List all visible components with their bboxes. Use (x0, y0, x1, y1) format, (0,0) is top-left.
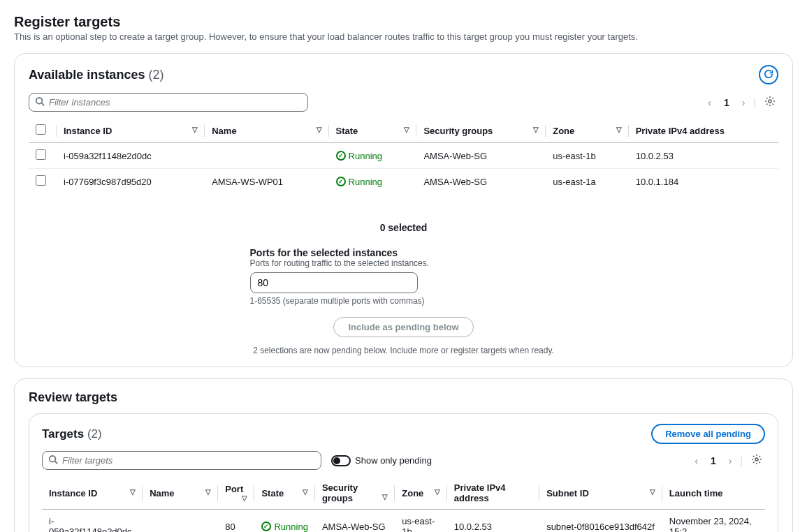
targets-subpanel: Targets (2) Remove all pending Show only… (29, 413, 778, 532)
zone: us-east-1b (546, 143, 629, 169)
review-targets-panel: Review targets Targets (2) Remove all pe… (14, 378, 793, 532)
instance-id: i-059a32f1148e2d0dc (57, 143, 205, 169)
state-running: Running (336, 177, 410, 187)
refresh-button[interactable] (759, 65, 778, 84)
sort-icon: ▽ (404, 126, 409, 133)
targets-pagination: ‹ 1 › | (692, 451, 765, 470)
sort-icon: ▽ (192, 126, 198, 133)
zone: us-east-1b (395, 510, 447, 533)
sort-icon: ▽ (533, 126, 539, 133)
state-running: Running (336, 151, 410, 161)
col-instance-id[interactable]: Instance ID▽ (42, 477, 143, 510)
row-checkbox[interactable] (36, 175, 46, 186)
include-pending-button[interactable]: Include as pending below (333, 317, 473, 337)
col-launch-time[interactable]: Launch time (662, 477, 765, 510)
filter-instances-input[interactable] (29, 93, 308, 112)
col-security-groups[interactable]: Security groups▽ (315, 477, 395, 510)
col-state[interactable]: State▽ (254, 477, 314, 510)
filter-instances-field[interactable] (49, 97, 302, 108)
remove-all-pending-button[interactable]: Remove all pending (651, 424, 765, 444)
state-running: Running (261, 522, 307, 532)
col-subnet-id[interactable]: Subnet ID▽ (539, 477, 662, 510)
instance-name: AMSA-WS-WP01 (205, 169, 328, 195)
security-group: AMSA-Web-SG (315, 510, 395, 533)
sort-icon: ▽ (303, 488, 308, 496)
check-icon (336, 151, 346, 161)
sort-icon: ▽ (435, 488, 440, 496)
sort-icon: ▽ (130, 488, 136, 496)
show-only-pending-toggle[interactable]: Show only pending (331, 455, 432, 466)
toggle-switch[interactable] (331, 455, 351, 466)
col-instance-id[interactable]: Instance ID▽ (57, 119, 205, 143)
targets-title: Targets (2) (42, 427, 102, 441)
table-row[interactable]: i-059a32f1148e2d0dc Running AMSA-Web-SG … (29, 143, 778, 169)
svg-point-0 (36, 98, 43, 104)
filter-targets-input[interactable] (42, 451, 321, 470)
col-name[interactable]: Name▽ (143, 477, 218, 510)
sort-icon: ▽ (650, 488, 655, 496)
col-zone[interactable]: Zone▽ (395, 477, 447, 510)
available-title: Available instances (2) (29, 68, 163, 82)
divider: | (740, 455, 743, 466)
refresh-icon (764, 69, 773, 81)
sort-icon: ▽ (242, 494, 247, 502)
check-icon (261, 522, 271, 531)
ports-input[interactable] (250, 272, 418, 293)
svg-point-3 (755, 458, 758, 461)
svg-point-2 (50, 456, 56, 462)
selected-count: 0 selected (29, 222, 778, 233)
row-checkbox[interactable] (36, 149, 46, 160)
pending-message: 2 selections are now pending below. Incl… (29, 346, 778, 355)
search-icon (35, 96, 45, 108)
col-name[interactable]: Name▽ (205, 119, 328, 143)
private-ip: 10.0.1.184 (629, 169, 778, 195)
ports-description: Ports for routing traffic to the selecte… (250, 258, 558, 268)
targets-table: Instance ID▽ Name▽ Port▽ State▽ Security… (42, 477, 765, 532)
security-group: AMSA-Web-SG (416, 169, 546, 195)
available-pagination: ‹ 1 › | (705, 93, 778, 112)
table-row[interactable]: i-07769f3c987d95d20 AMSA-WS-WP01 Running… (29, 169, 778, 195)
available-title-text: Available instances (29, 68, 145, 82)
sort-icon: ▽ (382, 493, 388, 501)
divider: | (753, 97, 756, 108)
col-port[interactable]: Port▽ (218, 477, 254, 510)
col-private-ip[interactable]: Private IPv4 address (447, 477, 539, 510)
next-page-icon[interactable]: › (739, 94, 748, 111)
col-state[interactable]: State▽ (329, 119, 417, 143)
next-page-icon[interactable]: › (726, 452, 735, 469)
page-title: Register targets (14, 14, 793, 30)
page-number: 1 (720, 97, 734, 108)
table-row[interactable]: i-059a32f1148e2d0dc 80 Running AMSA-Web-… (42, 510, 765, 533)
prev-page-icon[interactable]: ‹ (705, 94, 714, 111)
page-number: 1 (706, 455, 720, 466)
private-ip: 10.0.2.53 (629, 143, 778, 169)
ports-hint: 1-65535 (separate multiple ports with co… (250, 296, 558, 306)
svg-point-1 (769, 100, 771, 103)
prev-page-icon[interactable]: ‹ (692, 452, 701, 469)
launch-time: November 23, 2024, 15:2 (662, 510, 765, 533)
select-all-checkbox[interactable] (36, 124, 46, 135)
col-zone[interactable]: Zone▽ (546, 119, 629, 143)
ports-label: Ports for the selected instances (250, 247, 558, 258)
settings-icon[interactable] (762, 93, 778, 112)
page-subtitle: This is an optional step to create a tar… (14, 31, 793, 42)
review-title: Review targets (29, 390, 778, 405)
zone: us-east-1a (546, 169, 629, 195)
toggle-label: Show only pending (355, 455, 432, 466)
available-instances-panel: Available instances (2) ‹ 1 › | (14, 53, 793, 367)
settings-icon[interactable] (748, 451, 765, 470)
available-table: Instance ID▽ Name▽ State▽ Security group… (29, 119, 778, 194)
sort-icon: ▽ (616, 126, 622, 133)
col-security-groups[interactable]: Security groups▽ (416, 119, 546, 143)
targets-title-text: Targets (42, 427, 84, 441)
search-icon (48, 455, 58, 466)
instance-id: i-07769f3c987d95d20 (57, 169, 205, 195)
available-count: (2) (148, 68, 163, 82)
private-ip: 10.0.2.53 (447, 510, 539, 533)
instance-name (143, 510, 218, 533)
filter-targets-field[interactable] (62, 455, 315, 466)
port: 80 (218, 510, 254, 533)
col-private-ip[interactable]: Private IPv4 address (629, 119, 778, 143)
targets-count: (2) (87, 427, 102, 441)
security-group: AMSA-Web-SG (416, 143, 546, 169)
